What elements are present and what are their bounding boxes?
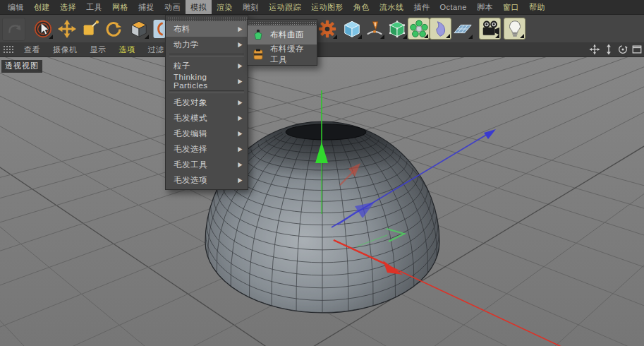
menubar-item-10[interactable]: 雕刻: [238, 0, 264, 14]
menu-item-label: 粒子: [174, 61, 190, 71]
scene-canvas[interactable]: [0, 56, 644, 346]
subdivision-surface-tool-button[interactable]: [386, 18, 408, 40]
viewport-menu-item-1[interactable]: 查看: [18, 44, 47, 55]
menu-item-label: 毛发对象: [174, 97, 207, 108]
menubar-item-9[interactable]: 渲染: [212, 0, 238, 14]
menubar-item-8[interactable]: 模拟: [186, 0, 212, 14]
menubar-item-14[interactable]: 流水线: [375, 0, 409, 14]
submenu-arrow-icon: ▶: [238, 114, 243, 121]
submenu-arrow-icon: ▶: [238, 130, 243, 137]
menu-separator: [169, 90, 244, 93]
maximize-icon[interactable]: [631, 44, 643, 55]
viewport-nav-icons: [589, 44, 644, 55]
move-icon: [57, 19, 77, 39]
menubar-item-12[interactable]: 运动图形: [306, 0, 348, 14]
simulate-menu-item-2[interactable]: 动力学▶: [166, 37, 248, 52]
simulate-menu-item-11[interactable]: 毛发工具▶: [166, 157, 248, 172]
submenu-arrow-icon: ▶: [238, 99, 243, 106]
simulate-menu-item-8[interactable]: 毛发模式▶: [166, 110, 248, 126]
simulate-menu-item-10[interactable]: 毛发选择▶: [166, 141, 248, 157]
menubar-item-17[interactable]: 脚本: [472, 0, 498, 14]
spline-pen-icon: [365, 19, 384, 39]
cloth-submenu-item-2[interactable]: 布料缓存工具: [248, 44, 317, 64]
cloth-cache-icon: [251, 47, 265, 61]
undo-icon: [4, 20, 24, 40]
cloth-submenu-item-1[interactable]: 布料曲面: [248, 25, 317, 44]
menu-item-label: 布料: [174, 24, 190, 35]
undo-tool-button: [2, 18, 25, 41]
simulation-gear-icon: [317, 19, 337, 39]
deformer-icon: [431, 19, 451, 39]
menubar-item-1[interactable]: 编辑: [3, 0, 29, 14]
cloth-surface-icon: [251, 28, 265, 42]
menubar-item-5[interactable]: 网格: [107, 0, 133, 14]
simulate-menu-item-9[interactable]: 毛发编辑▶: [166, 126, 248, 141]
submenu-arrow-icon: ▶: [238, 41, 243, 48]
rotate-tool-button[interactable]: [102, 18, 124, 40]
floor-icon: [453, 19, 473, 39]
hidden-partial-tool-button[interactable]: [153, 18, 164, 40]
menu-item-label: 毛发模式: [174, 113, 207, 124]
menubar-item-19[interactable]: 帮助: [524, 0, 550, 14]
menu-item-label: 毛发选项: [174, 175, 207, 186]
simulate-dropdown-menu: 布料▶动力学▶粒子▶Thinking Particles▶毛发对象▶毛发模式▶毛…: [165, 15, 248, 190]
floor-tool-button[interactable]: [451, 18, 473, 40]
menu-separator: [169, 54, 244, 56]
live-selection-tool-button[interactable]: [32, 18, 54, 40]
viewport-menu-item-2[interactable]: 摄像机: [47, 44, 84, 55]
add-cube-tool-button[interactable]: [341, 18, 363, 40]
menubar-item-7[interactable]: 动画: [159, 0, 186, 14]
menubar-item-4[interactable]: 工具: [81, 0, 107, 14]
menu-bar: 编辑创建选择工具网格捕捉动画模拟渲染雕刻运动跟踪运动图形角色流水线插件Octan…: [0, 0, 644, 15]
light-tool-button[interactable]: [504, 18, 525, 40]
menubar-item-3[interactable]: 选择: [55, 0, 81, 14]
simulation-gear-tool-button[interactable]: [316, 18, 338, 40]
menubar-item-16[interactable]: Octane: [435, 0, 472, 14]
menubar-item-13[interactable]: 角色: [348, 0, 375, 14]
viewport-menu-item-4[interactable]: 选项: [113, 44, 142, 55]
simulate-menu-item-12[interactable]: 毛发选项▶: [166, 172, 248, 188]
menu-item-label: 布料缓存工具: [270, 44, 311, 65]
menu-item-label: Thinking Particles: [174, 73, 238, 90]
drag-grip-icon[interactable]: [3, 45, 13, 54]
camera-tool-button[interactable]: [479, 18, 501, 40]
camera-icon: [480, 19, 500, 39]
menu-item-label: 毛发工具: [174, 160, 207, 170]
submenu-arrow-icon: ▶: [238, 78, 243, 85]
submenu-arrow-icon: ▶: [238, 177, 243, 184]
tear-off-strip[interactable]: [248, 20, 316, 25]
subdivision-surface-icon: [387, 19, 407, 39]
rotate-view-icon[interactable]: [617, 44, 628, 55]
menubar-item-11[interactable]: 运动跟踪: [264, 0, 306, 14]
tear-off-strip[interactable]: [166, 16, 247, 21]
rotate-icon: [104, 19, 123, 39]
simulate-menu-item-1[interactable]: 布料▶: [166, 21, 248, 37]
menubar-item-15[interactable]: 插件: [409, 0, 435, 14]
cloth-submenu: 布料曲面布料缓存工具: [247, 19, 317, 66]
menu-item-label: 毛发选择: [174, 144, 207, 155]
simulate-menu-item-4[interactable]: 粒子▶: [166, 58, 248, 73]
light-icon: [505, 19, 525, 39]
simulate-menu-item-5[interactable]: Thinking Particles▶: [166, 73, 248, 89]
scale-tool-button[interactable]: [79, 18, 101, 40]
menubar-item-6[interactable]: 捕捉: [133, 0, 159, 14]
view-label: 透视视图: [1, 60, 42, 73]
viewport-3d[interactable]: 透视视图: [0, 56, 644, 346]
coordinate-system-tool-button[interactable]: [128, 18, 150, 40]
zoom-icon[interactable]: [603, 44, 614, 55]
add-cube-icon: [342, 19, 362, 39]
spline-pen-tool-button[interactable]: [363, 18, 385, 40]
deformer-tool-button[interactable]: [430, 18, 451, 40]
viewport-menu-bar: 查看摄像机显示选项过滤面板: [0, 42, 644, 57]
menubar-item-2[interactable]: 创建: [29, 0, 55, 14]
submenu-arrow-icon: ▶: [238, 25, 243, 32]
mograph-tool-button[interactable]: [408, 18, 430, 40]
tool-bar: [0, 15, 644, 43]
pan-icon[interactable]: [589, 44, 600, 55]
viewport-menu-item-3[interactable]: 显示: [84, 44, 113, 55]
live-selection-icon: [33, 19, 53, 39]
menubar-item-18[interactable]: 窗口: [498, 0, 524, 14]
simulate-menu-item-7[interactable]: 毛发对象▶: [166, 95, 248, 110]
move-tool-button[interactable]: [56, 18, 78, 40]
submenu-arrow-icon: ▶: [238, 145, 243, 153]
